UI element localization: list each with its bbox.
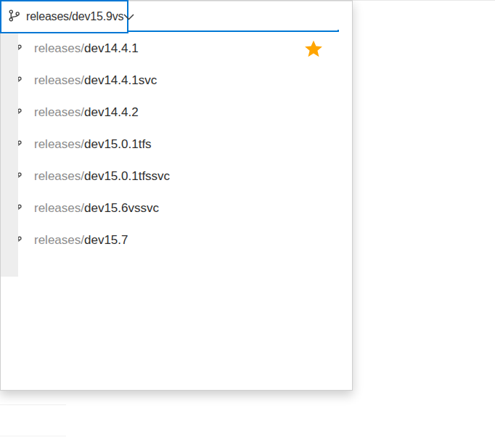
branch-prefix: releases/ [34, 41, 84, 55]
branch-name: dev14.4.2 [84, 105, 139, 119]
page: ... Contents Simple Graph Code Review [0, 0, 495, 448]
star-filled-icon[interactable] [304, 40, 323, 58]
branch-name: dev14.4.1 [84, 41, 139, 55]
branch-list-item[interactable]: releases/dev14.4.2 [1, 97, 335, 129]
branch-name: dev15.6vssvc [84, 201, 159, 215]
branch-list-item[interactable]: releases/dev15.0.1tfssvc [1, 160, 335, 192]
branch-prefix: releases/ [34, 73, 84, 87]
branch-name: dev15.0.1tfssvc [84, 169, 170, 183]
table-row-divider [0, 436, 66, 436]
branch-prefix: releases/ [34, 201, 84, 215]
branch-name: dev15.0.1tfs [84, 137, 152, 151]
branch-name: dev14.4.1svc [84, 73, 157, 87]
dropdown-scrollbar-track[interactable] [1, 1, 18, 277]
chevron-down-icon [123, 14, 134, 20]
branch-picker-dropdown: dev Branches Tags Mine releases/Dev14.3M… [0, 0, 353, 391]
branch-prefix: releases/ [34, 233, 84, 244]
git-branch-icon [8, 9, 20, 25]
branch-selector-button[interactable]: releases/dev15.9vs [0, 0, 128, 33]
branch-prefix: releases/ [34, 169, 84, 183]
table-row-divider [0, 404, 66, 405]
branch-selector-label: releases/dev15.9vs [26, 10, 123, 23]
branch-list-item[interactable]: releases/dev14.4.1svc [1, 65, 335, 97]
branch-list-item[interactable]: releases/dev15.0.1tfs [1, 129, 335, 160]
branch-list-item-clipped[interactable]: releases/dev15.7 [1, 224, 335, 244]
branch-list-item[interactable]: releases/dev14.4.1 [1, 33, 335, 65]
branch-name: dev15.7 [84, 233, 128, 244]
branch-list-item[interactable]: releases/dev15.6vssvc [1, 192, 335, 224]
branch-prefix: releases/ [34, 105, 84, 119]
branch-prefix: releases/ [34, 137, 84, 151]
branch-list: releases/Dev14.3MU releases/dev14.4.1 [1, 1, 335, 244]
